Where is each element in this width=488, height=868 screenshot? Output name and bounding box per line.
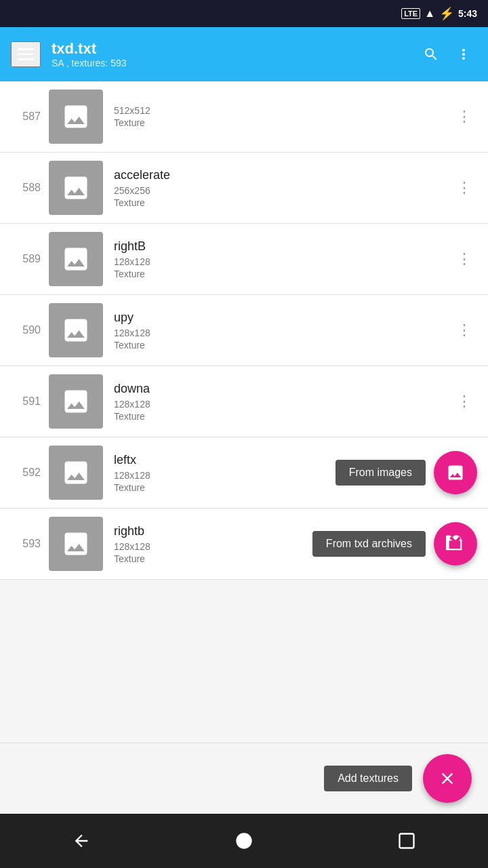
lte-icon: LTE [401, 8, 420, 19]
item-number: 588 [11, 182, 41, 194]
from-images-fab-button[interactable] [434, 451, 477, 494]
item-number: 589 [11, 253, 41, 265]
list-item: 591 downa 128x128 Texture ⋮ [0, 366, 488, 437]
recent-apps-button[interactable] [386, 821, 427, 861]
item-name: accelerate [114, 168, 451, 182]
toolbar-subtitle: SA , textures: 593 [52, 58, 407, 68]
svg-point-0 [236, 833, 251, 848]
home-button[interactable] [224, 821, 264, 861]
item-name: upy [114, 311, 451, 325]
item-info: rightb 128x128 Texture [114, 524, 312, 564]
from-txd-fab-button[interactable] [434, 522, 477, 566]
item-thumbnail [49, 161, 103, 215]
status-bar: LTE ▲ ⚡ 5:43 [0, 0, 488, 27]
status-bar-right: LTE ▲ ⚡ 5:43 [401, 6, 477, 21]
item-number: 593 [11, 538, 41, 550]
item-name: leftx [114, 453, 336, 467]
item-thumbnail [49, 374, 103, 429]
list-item: 589 rightB 128x128 Texture ⋮ [0, 224, 488, 295]
item-more-button[interactable]: ⋮ [451, 387, 477, 416]
item-info: leftx 128x128 Texture [114, 453, 336, 493]
item-info: upy 128x128 Texture [114, 311, 451, 351]
item-thumbnail [49, 90, 103, 144]
search-button[interactable] [418, 41, 445, 68]
item-info: accelerate 256x256 Texture [114, 168, 451, 208]
item-more-button[interactable]: ⋮ [451, 102, 477, 131]
item-dimensions: 128x128 [114, 541, 312, 552]
svg-rect-1 [400, 834, 414, 848]
item-number: 590 [11, 324, 41, 336]
item-type: Texture [114, 340, 451, 351]
list-item: 587 512x512 Texture ⋮ [0, 81, 488, 153]
battery-icon: ⚡ [439, 6, 454, 21]
list-item: 592 leftx 128x128 Texture From images [0, 437, 488, 509]
item-dimensions: 128x128 [114, 256, 451, 267]
fab-main-row: Add textures [0, 743, 488, 814]
add-textures-tooltip: Add textures [324, 766, 412, 791]
item-thumbnail [49, 517, 103, 571]
item-thumbnail [49, 446, 103, 500]
toolbar: txd.txt SA , textures: 593 [0, 27, 488, 81]
bottom-navigation [0, 814, 488, 868]
list-item: 590 upy 128x128 Texture ⋮ [0, 295, 488, 366]
item-dimensions: 128x128 [114, 470, 336, 481]
item-name: rightB [114, 239, 451, 254]
item-type: Texture [114, 269, 451, 279]
texture-list: 587 512x512 Texture ⋮ 588 accelerate 256… [0, 81, 488, 743]
item-name: downa [114, 382, 451, 396]
list-item: 593 rightb 128x128 Texture From txd arch… [0, 509, 488, 580]
back-button[interactable] [61, 821, 102, 861]
toolbar-actions [418, 41, 477, 68]
item-dimensions: 512x512 [114, 105, 451, 116]
item-type: Texture [114, 197, 451, 208]
item-more-button[interactable]: ⋮ [451, 316, 477, 344]
item-more-button[interactable]: ⋮ [451, 245, 477, 273]
item-name: rightb [114, 524, 312, 538]
list-item: 588 accelerate 256x256 Texture ⋮ [0, 153, 488, 224]
signal-icon: ▲ [424, 7, 435, 20]
item-dimensions: 256x256 [114, 185, 451, 196]
item-more-button[interactable]: ⋮ [451, 174, 477, 202]
item-type: Texture [114, 411, 451, 422]
item-dimensions: 128x128 [114, 399, 451, 410]
menu-button[interactable] [11, 41, 41, 67]
item-info: rightB 128x128 Texture [114, 239, 451, 279]
overflow-menu-button[interactable] [450, 41, 477, 68]
item-thumbnail [49, 303, 103, 357]
item-type: Texture [114, 553, 312, 564]
from-txd-tooltip: From txd archives [312, 531, 426, 557]
clock: 5:43 [458, 8, 477, 19]
from-images-tooltip: From images [336, 460, 426, 486]
close-fab-button[interactable] [423, 754, 472, 803]
item-number: 591 [11, 395, 41, 408]
item-type: Texture [114, 482, 336, 493]
item-thumbnail [49, 232, 103, 286]
item-info: 512x512 Texture [114, 105, 451, 128]
item-info: downa 128x128 Texture [114, 382, 451, 422]
toolbar-title-block: txd.txt SA , textures: 593 [52, 40, 407, 68]
item-dimensions: 128x128 [114, 328, 451, 338]
item-number: 587 [11, 111, 41, 123]
toolbar-title: txd.txt [52, 40, 407, 58]
item-number: 592 [11, 467, 41, 479]
item-type: Texture [114, 117, 451, 128]
